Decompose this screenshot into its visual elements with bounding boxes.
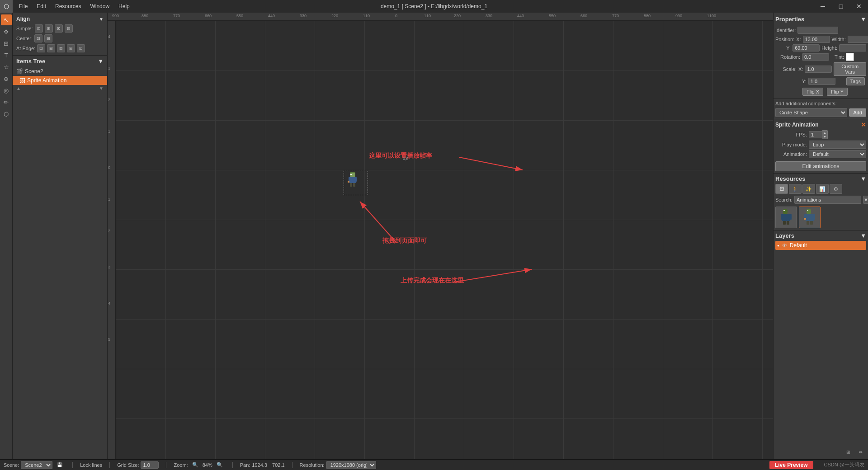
edit-animations-btn[interactable]: Edit animations <box>775 161 866 171</box>
align-center-btn-1[interactable]: ⊡ <box>34 34 42 42</box>
layer-visibility-btn[interactable]: 👁 <box>781 243 788 248</box>
zoom-out-btn[interactable]: 🔍 <box>190 460 201 470</box>
annotation-upload: 上传完成会现在在这里 <box>401 277 464 285</box>
play-mode-select[interactable]: Loop Normal Reversed Loop Reversed <box>809 141 866 149</box>
fps-input[interactable] <box>809 131 822 138</box>
svg-rect-4 <box>349 177 350 182</box>
tool-select[interactable]: ↖ <box>1 14 12 25</box>
resource-thumb-2[interactable] <box>799 207 821 228</box>
align-edge-btn-2[interactable]: ⊞ <box>47 44 55 52</box>
pos-x-input[interactable] <box>803 36 830 43</box>
width-input[interactable] <box>848 36 868 43</box>
scale-y-input[interactable] <box>808 78 835 85</box>
align-edge-btn-3[interactable]: ⊠ <box>57 44 65 52</box>
height-input[interactable] <box>839 44 866 52</box>
align-center-btn-2[interactable]: ⊞ <box>44 34 52 42</box>
res-tab-data[interactable]: 📊 <box>816 184 829 194</box>
tags-btn[interactable]: Tags <box>846 77 865 85</box>
align-header[interactable]: Align ▼ <box>14 14 105 24</box>
tool-star[interactable]: ☆ <box>1 61 12 72</box>
custom-vars-btn[interactable]: Custom Vars <box>834 62 866 76</box>
tool-target[interactable]: ⊕ <box>1 73 12 84</box>
align-edge-btn-1[interactable]: ⊡ <box>37 44 45 52</box>
panel-icon-1[interactable]: ⊞ <box>843 446 854 457</box>
add-component-btn[interactable]: Add <box>849 108 866 117</box>
minimize-button[interactable]: ─ <box>814 0 832 13</box>
search-input[interactable] <box>794 196 861 204</box>
svg-rect-25 <box>810 221 813 225</box>
identifier-label: Identifier: <box>775 28 796 33</box>
grid-size-input[interactable] <box>141 461 159 469</box>
menu-help[interactable]: Help <box>114 1 134 11</box>
tool-hex[interactable]: ⬡ <box>1 108 12 119</box>
tree-item-sprite[interactable]: 🖼 Sprite Animation <box>13 76 107 85</box>
res-tab-particles[interactable]: ✨ <box>802 184 815 194</box>
res-tab-images[interactable]: 🖼 <box>775 184 788 194</box>
restore-button[interactable]: □ <box>832 0 850 13</box>
resource-thumb-1[interactable] <box>775 207 797 228</box>
tool-move[interactable]: ✥ <box>1 26 12 37</box>
align-edge-btn-4[interactable]: ⊟ <box>67 44 75 52</box>
align-simple-btn-4[interactable]: ⊟ <box>65 24 73 33</box>
align-edge-label: At Edge: <box>16 46 35 51</box>
ruler-label-660r: 660 <box>580 14 587 18</box>
tool-text[interactable]: T <box>1 50 12 61</box>
sprite-object[interactable] <box>344 171 368 195</box>
zoom-status: Zoom: 🔍 84% 🔍 <box>174 460 225 470</box>
tool-circle[interactable]: ◎ <box>1 85 12 96</box>
menu-bar: File Edit Resources Window Help <box>14 1 134 11</box>
tool-pen[interactable]: ✏ <box>1 97 12 108</box>
align-simple-row: Simple: ⊡ ⊞ ⊠ ⊟ <box>14 24 105 33</box>
pos-y-input[interactable] <box>793 44 820 52</box>
res-tab-animations[interactable]: 🚶 <box>789 184 802 194</box>
sprite-animation-panel: Sprite Animation ✕ FPS: ▲ ▼ Play mode: L… <box>774 119 868 174</box>
zoom-in-btn[interactable]: 🔍 <box>214 460 225 470</box>
grid-lines <box>116 21 773 459</box>
items-tree-header[interactable]: Items Tree ▼ <box>13 56 107 67</box>
align-simple-btn-3[interactable]: ⊠ <box>55 24 63 33</box>
svg-rect-13 <box>783 209 788 214</box>
tint-color[interactable] <box>846 53 854 61</box>
sprite-anim-close[interactable]: ✕ <box>861 121 866 128</box>
resolution-select[interactable]: 1920x1080 (orig) <box>326 461 376 469</box>
center-canvas[interactable]: 990 880 770 660 550 440 330 220 110 0 11… <box>108 13 773 459</box>
search-label: Search: <box>775 197 793 202</box>
flip-y-btn[interactable]: Flip Y <box>827 88 848 96</box>
tree-item-scene2[interactable]: 🎬 Scene2 <box>13 67 107 76</box>
menu-window[interactable]: Window <box>85 1 114 11</box>
close-button[interactable]: ✕ <box>850 0 868 13</box>
layer-bullet: ● <box>777 244 779 248</box>
play-mode-row: Play mode: Loop Normal Reversed Loop Rev… <box>775 141 866 149</box>
ruler-v-0: 0 <box>108 165 110 170</box>
flip-x-btn[interactable]: Flip X <box>802 88 823 96</box>
align-simple-btn-1[interactable]: ⊡ <box>35 24 43 33</box>
width-label: Width: <box>832 37 846 42</box>
canvas-area[interactable]: 0,0 这里可以设置播放帧率 拖拽到页面即可 上 <box>116 21 773 459</box>
search-filter-btn[interactable]: ▼ <box>863 196 868 204</box>
live-preview-btn[interactable]: Live Preview <box>769 461 813 469</box>
panel-icon-2[interactable]: ✏ <box>855 446 866 457</box>
layers-chevron: ▼ <box>860 232 866 239</box>
res-tab-settings[interactable]: ⚙ <box>830 184 842 194</box>
tool-grid[interactable]: ⊞ <box>1 38 12 49</box>
expand-down-btn[interactable]: ▼ <box>99 86 104 91</box>
menu-resources[interactable]: Resources <box>51 1 85 11</box>
layer-default[interactable]: ● 👁 Default <box>775 241 866 250</box>
component-select[interactable]: Circle Shape Box Shape Polygon Shape Spr… <box>775 108 847 117</box>
lock-lines-status: Lock lines <box>80 462 102 468</box>
ruler-label-330l: 330 <box>300 14 307 18</box>
expand-up-btn[interactable]: ▲ <box>16 86 21 91</box>
fps-down-btn[interactable]: ▼ <box>822 135 827 139</box>
scale-x-input[interactable] <box>805 66 832 73</box>
align-edge-btn-5[interactable]: ⊡ <box>77 44 85 52</box>
scene-save-btn[interactable]: 💾 <box>54 460 65 470</box>
menu-edit[interactable]: Edit <box>32 1 51 11</box>
ruler-v-1: 1 <box>108 129 110 134</box>
menu-file[interactable]: File <box>14 1 32 11</box>
align-simple-btn-2[interactable]: ⊞ <box>45 24 53 33</box>
identifier-input[interactable] <box>797 27 838 34</box>
rotation-input[interactable] <box>802 53 829 61</box>
animation-select[interactable]: Default <box>809 150 866 158</box>
fps-up-btn[interactable]: ▲ <box>822 131 827 135</box>
scene-select[interactable]: Scene2 <box>21 461 52 469</box>
